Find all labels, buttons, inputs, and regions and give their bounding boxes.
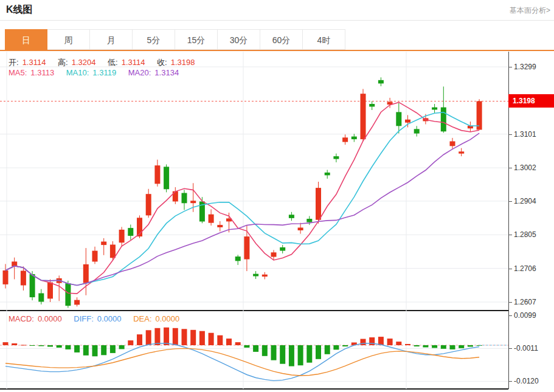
kline-page: K线图 基本面分析> 日周月5分15分30分60分4时 开:1.3114 高:1…: [0, 0, 554, 392]
tab-period-6[interactable]: 60分: [260, 29, 303, 50]
low-value: 1.3114: [122, 58, 145, 67]
open-label: 开:: [9, 58, 19, 67]
price-axis-label: 1.2706: [514, 264, 536, 273]
diff-label: DIFF:: [74, 314, 94, 323]
dea-value: 0.0000: [156, 314, 180, 323]
macd-axis-label: -0.0011: [514, 343, 538, 353]
tab-period-5[interactable]: 30分: [218, 29, 260, 50]
title-divider: [0, 20, 554, 21]
tab-period-2[interactable]: 月: [90, 29, 133, 50]
macd-axis-label: -0.0120: [514, 376, 539, 386]
macd-legend: MACD:0.0000 DIFF:0.0000 DEA:0.0000: [9, 314, 183, 323]
macd-axis-label: 0.0099: [514, 311, 536, 320]
axis-tick-mark: [508, 168, 512, 168]
close-value: 1.3198: [171, 58, 195, 67]
axis-tick-mark: [508, 201, 512, 202]
ma10-value: 1.3119: [92, 68, 116, 77]
tab-period-4[interactable]: 15分: [175, 29, 218, 50]
axis-tick-mark: [508, 134, 512, 135]
high-label: 高:: [58, 58, 68, 67]
low-label: 低:: [108, 58, 118, 67]
axis-tick-mark: [508, 381, 512, 382]
ma20-line: [5, 133, 479, 285]
ma-legend: MA5:1.3113 MA10:1.3119 MA20:1.3134: [9, 68, 182, 77]
tab-period-7[interactable]: 4时: [303, 29, 345, 50]
macd-value: 0.0000: [38, 314, 62, 323]
dea-line: [5, 348, 479, 376]
price-axis-label: 1.3299: [514, 62, 536, 72]
price-axis-label: 1.3002: [514, 163, 536, 173]
price-axis-label: 1.2904: [514, 196, 536, 206]
open-value: 1.3114: [23, 58, 46, 67]
ma20-label: MA20:: [128, 68, 151, 77]
price-axis-label: 1.2607: [514, 297, 536, 307]
diff-value: 0.0000: [97, 314, 122, 323]
page-title: K线图: [6, 4, 33, 16]
axis-tick-mark: [508, 302, 512, 303]
dea-label: DEA:: [133, 314, 151, 323]
ma20-value: 1.3134: [154, 68, 179, 77]
price-axis-label: 1.2805: [514, 230, 536, 239]
axis-tick-mark: [508, 269, 512, 269]
main-candlestick-chart: [0, 52, 508, 311]
axis-tick-mark: [508, 348, 512, 349]
fundamental-analysis-link[interactable]: 基本面分析>: [510, 5, 550, 16]
axis-tick-mark: [508, 235, 512, 235]
macd-label: MACD:: [9, 314, 34, 323]
current-price-badge: 1.3198: [508, 94, 554, 108]
ohlc-legend: 开:1.3114 高:1.3204 低:1.3114 收:1.3198: [9, 57, 199, 68]
ma10-line: [5, 112, 479, 286]
ma5-value: 1.3113: [30, 68, 54, 77]
period-tab-bar: 日周月5分15分30分60分4时: [0, 29, 554, 51]
axis-tick-mark: [508, 67, 512, 67]
ma10-label: MA10:: [66, 68, 89, 77]
tab-period-0[interactable]: 日: [5, 29, 47, 50]
tab-period-3[interactable]: 5分: [133, 29, 175, 50]
ma5-label: MA5:: [9, 68, 27, 77]
close-label: 收:: [157, 58, 167, 67]
price-axis-label: 1.3101: [514, 129, 536, 139]
high-value: 1.3204: [72, 58, 96, 67]
ma5-line: [5, 102, 479, 294]
axis-tick-mark: [508, 315, 512, 316]
tab-period-1[interactable]: 周: [47, 29, 90, 50]
candles-group: [3, 77, 482, 308]
